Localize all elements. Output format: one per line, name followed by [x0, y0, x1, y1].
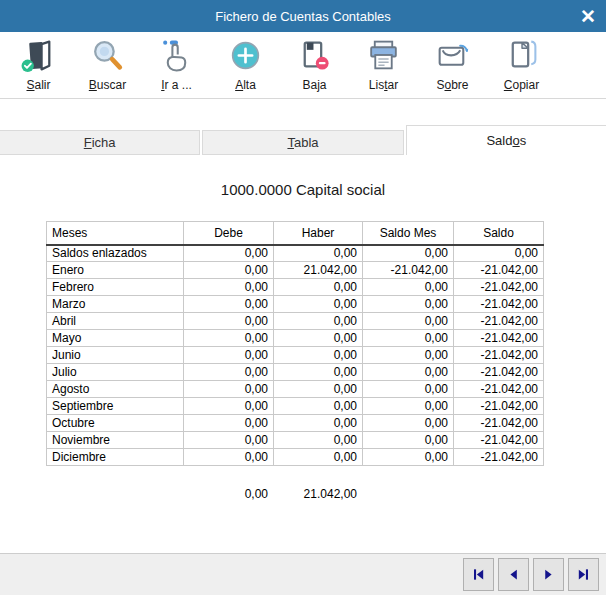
- table-row: Diciembre 0,00 0,00 0,00 -21.042,00: [47, 449, 544, 466]
- previous-record-icon: [506, 567, 521, 582]
- column-header: Saldo Mes: [363, 222, 454, 245]
- table-cell: 0,00: [184, 449, 274, 466]
- table-cell: 0,00: [363, 279, 454, 296]
- search-icon: [89, 37, 126, 74]
- table-cell: 0,00: [274, 245, 363, 262]
- table-cell: 0,00: [184, 296, 274, 313]
- toolbar-button-label: Salir: [26, 78, 50, 92]
- window-titlebar: Fichero de Cuentas Contables ✕: [0, 0, 606, 32]
- table-cell: -21.042,00: [454, 330, 544, 347]
- last-record-icon: [576, 567, 591, 582]
- balances-table: Meses Debe Haber Saldo Mes Saldo Saldos …: [46, 221, 544, 466]
- table-cell: 0,00: [274, 279, 363, 296]
- table-cell: 0,00: [274, 347, 363, 364]
- total-debe: 0,00: [46, 487, 273, 501]
- table-cell: 0,00: [184, 381, 274, 398]
- total-haber: 21.042,00: [273, 487, 362, 501]
- previous-record-button[interactable]: [498, 558, 529, 591]
- table-row: Abril 0,00 0,00 0,00 -21.042,00: [47, 313, 544, 330]
- table-cell: -21.042,00: [454, 432, 544, 449]
- table-cell: 0,00: [184, 330, 274, 347]
- table-cell: Agosto: [47, 381, 184, 398]
- table-cell: Noviembre: [47, 432, 184, 449]
- table-cell: -21.042,00: [454, 415, 544, 432]
- first-record-button[interactable]: [463, 558, 494, 591]
- table-cell: 0,00: [454, 245, 544, 262]
- table-cell: 0,00: [274, 313, 363, 330]
- record-navigator: [463, 558, 599, 591]
- column-header: Saldo: [454, 222, 544, 245]
- toolbar-button-listar[interactable]: Listar: [349, 32, 418, 98]
- toolbar-button-label: Ir a ...: [161, 78, 192, 92]
- toolbar-button-ir-a[interactable]: Ir a ...: [142, 32, 211, 98]
- table-cell: -21.042,00: [454, 313, 544, 330]
- table-cell: 0,00: [363, 415, 454, 432]
- table-cell: Mayo: [47, 330, 184, 347]
- table-row: Saldos enlazados 0,00 0,00 0,00 0,00: [47, 245, 544, 262]
- table-cell: Julio: [47, 364, 184, 381]
- table-row: Noviembre 0,00 0,00 0,00 -21.042,00: [47, 432, 544, 449]
- table-cell: Saldos enlazados: [47, 245, 184, 262]
- table-row: Junio 0,00 0,00 0,00 -21.042,00: [47, 347, 544, 364]
- toolbar-button-copiar[interactable]: Copiar: [487, 32, 556, 98]
- tab-saldos[interactable]: Saldos: [406, 125, 606, 155]
- toolbar-button-label: Alta: [235, 78, 256, 92]
- account-title: 1000.0000 Capital social: [0, 181, 606, 198]
- toolbar-button-sobre[interactable]: Sobre: [418, 32, 487, 98]
- toolbar-button-label: Buscar: [89, 78, 126, 92]
- totals-row: 0,0021.042,00: [46, 487, 543, 501]
- toolbar-button-buscar[interactable]: Buscar: [73, 32, 142, 98]
- table-cell: 0,00: [184, 279, 274, 296]
- toolbar-button-label: Baja: [302, 78, 326, 92]
- table-cell: 0,00: [184, 432, 274, 449]
- table-cell: Enero: [47, 262, 184, 279]
- column-header: Haber: [274, 222, 363, 245]
- table-row: Marzo 0,00 0,00 0,00 -21.042,00: [47, 296, 544, 313]
- next-record-icon: [541, 567, 556, 582]
- toolbar-button-label: Listar: [369, 78, 398, 92]
- table-cell: 0,00: [274, 415, 363, 432]
- exit-door-icon: [20, 37, 57, 74]
- toolbar-button-baja[interactable]: Baja: [280, 32, 349, 98]
- copy-document-icon: [503, 37, 540, 74]
- table-row: Febrero 0,00 0,00 0,00 -21.042,00: [47, 279, 544, 296]
- table-cell: 0,00: [274, 381, 363, 398]
- table-cell: 0,00: [363, 432, 454, 449]
- table-cell: 0,00: [274, 296, 363, 313]
- column-header: Debe: [184, 222, 274, 245]
- table-header-row: Meses Debe Haber Saldo Mes Saldo: [47, 222, 544, 245]
- window-title: Fichero de Cuentas Contables: [215, 9, 391, 24]
- table-cell: Diciembre: [47, 449, 184, 466]
- toolbar-button-label: Sobre: [436, 78, 468, 92]
- printer-icon: [365, 37, 402, 74]
- table-cell: -21.042,00: [454, 296, 544, 313]
- table-cell: 0,00: [274, 432, 363, 449]
- table-cell: 0,00: [184, 364, 274, 381]
- table-cell: 0,00: [184, 262, 274, 279]
- last-record-button[interactable]: [568, 558, 599, 591]
- table-cell: -21.042,00: [363, 262, 454, 279]
- table-row: Octubre 0,00 0,00 0,00 -21.042,00: [47, 415, 544, 432]
- table-cell: 0,00: [363, 347, 454, 364]
- close-button[interactable]: ✕: [580, 7, 596, 26]
- table-cell: -21.042,00: [454, 262, 544, 279]
- delete-record-icon: [296, 37, 333, 74]
- table-cell: Octubre: [47, 415, 184, 432]
- table-cell: -21.042,00: [454, 449, 544, 466]
- tab-ficha[interactable]: Ficha: [0, 130, 200, 155]
- table-row: Agosto 0,00 0,00 0,00 -21.042,00: [47, 381, 544, 398]
- footer-bar: [0, 553, 606, 595]
- table-cell: -21.042,00: [454, 398, 544, 415]
- toolbar-button-alta[interactable]: Alta: [211, 32, 280, 98]
- table-cell: 0,00: [184, 415, 274, 432]
- table-cell: -21.042,00: [454, 347, 544, 364]
- tab-tabla[interactable]: Tabla: [202, 130, 403, 155]
- table-row: Mayo 0,00 0,00 0,00 -21.042,00: [47, 330, 544, 347]
- table-row: Septiembre 0,00 0,00 0,00 -21.042,00: [47, 398, 544, 415]
- envelope-icon: [434, 37, 471, 74]
- next-record-button[interactable]: [533, 558, 564, 591]
- table-cell: Marzo: [47, 296, 184, 313]
- toolbar-button-salir[interactable]: Salir: [4, 32, 73, 98]
- table-cell: 0,00: [363, 398, 454, 415]
- table-cell: 0,00: [363, 330, 454, 347]
